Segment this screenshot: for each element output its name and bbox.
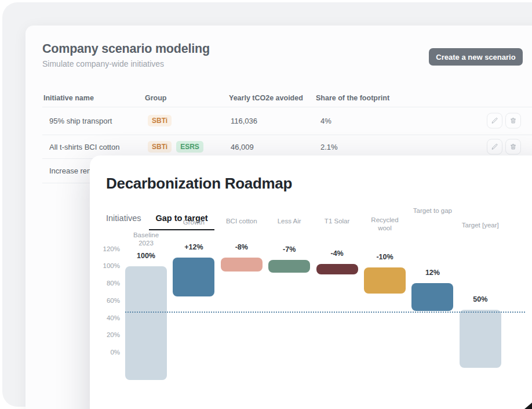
row-divider: [42, 135, 532, 135]
y-axis-tick: 60%: [90, 297, 120, 304]
waterfall-bar-target-year[interactable]: [460, 310, 501, 368]
delete-row-button[interactable]: [505, 139, 521, 154]
esrs-badge: ESRS: [176, 141, 203, 153]
y-axis-tick: 80%: [90, 280, 120, 287]
bar-value-label: -4%: [311, 249, 364, 258]
screenshot-root: Company scenario modeling Simulate compa…: [0, 0, 532, 409]
create-scenario-button[interactable]: Create a new scenario: [429, 48, 523, 66]
waterfall-bar-growth[interactable]: [173, 258, 214, 296]
tco2e-cell: 46,009: [231, 142, 254, 151]
y-axis-tick: 0%: [90, 349, 120, 356]
y-axis-tick: 100%: [90, 262, 120, 269]
bar-category-label: Target to gap: [403, 207, 461, 215]
waterfall-bar-less-air[interactable]: [268, 260, 310, 273]
column-initiative-name: Initiative name: [43, 94, 94, 102]
bar-value-label: +12%: [167, 243, 220, 251]
waterfall-bar-bci-cotton[interactable]: [221, 258, 263, 272]
sbti-badge: SBTi: [148, 141, 172, 153]
bar-category-label: Recycled wool: [356, 216, 414, 232]
table-header: Initiative name Group Yearly tCO2e avoid…: [25, 91, 532, 107]
column-group: Group: [145, 94, 167, 102]
edit-row-button[interactable]: [487, 113, 502, 129]
column-share-of-footprint: Share of the footprint: [316, 94, 389, 102]
roadmap-modal: Decarbonization Roadmap InitiativesGap t…: [90, 155, 532, 409]
waterfall-bar-t1-solar[interactable]: [316, 264, 358, 274]
waterfall-bar-baseline-2023[interactable]: [125, 266, 167, 380]
delete-icon: [509, 143, 517, 150]
gap-to-target-chart: 120%100%80%60%40%20%0%100%Baseline 2023+…: [90, 155, 532, 409]
edit-icon: [491, 117, 498, 125]
initiative-name-cell: 95% ship transport: [49, 117, 112, 125]
bar-value-label: 12%: [406, 269, 459, 277]
bar-category-label: Baseline 2023: [117, 231, 175, 247]
initiative-name-cell: All t-shirts BCI cotton: [49, 142, 119, 151]
share-cell: 2.1%: [320, 142, 338, 151]
y-axis-tick: 120%: [90, 245, 120, 252]
bar-value-label: -7%: [263, 245, 316, 254]
page-title: Company scenario modeling: [42, 42, 210, 56]
edit-icon: [491, 143, 498, 150]
tco2e-cell: 116,036: [231, 117, 257, 125]
row-divider: [42, 107, 532, 107]
bar-value-label: -10%: [358, 253, 411, 261]
group-cell: SBTiESRS: [148, 141, 203, 153]
target-dotted-line: [125, 312, 525, 313]
delete-row-button[interactable]: [505, 113, 521, 129]
y-axis-tick: 40%: [90, 314, 120, 321]
y-axis-tick: 20%: [90, 331, 120, 338]
bar-value-label: -8%: [215, 243, 268, 251]
bar-category-label: Target [year]: [451, 221, 509, 229]
sbti-badge: SBTi: [148, 115, 172, 126]
waterfall-bar-recycled-wool[interactable]: [364, 267, 406, 294]
group-cell: SBTi: [148, 115, 172, 126]
column-tco2e-avoided: Yearly tCO2e avoided: [229, 94, 303, 102]
edit-row-button[interactable]: [487, 139, 502, 154]
delete-icon: [509, 117, 517, 125]
bar-value-label: 100%: [119, 252, 173, 260]
bar-value-label: 50%: [454, 295, 507, 303]
table-row[interactable]: All t-shirts BCI cottonSBTiESRS46,0092.1…: [25, 135, 532, 158]
waterfall-bar-target-to-gap[interactable]: [411, 283, 453, 311]
initiative-name-cell: Increase rene: [49, 167, 96, 175]
share-cell: 4%: [320, 117, 331, 125]
table-row[interactable]: 95% ship transportSBTi116,0364%: [25, 107, 532, 135]
page-subtitle: Simulate company-wide initiatives: [42, 59, 164, 68]
